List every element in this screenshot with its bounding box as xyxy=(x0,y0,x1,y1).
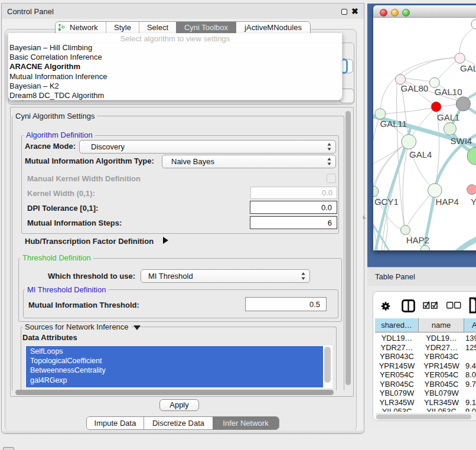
svg-text:GAL10: GAL10 xyxy=(435,87,462,97)
svg-text:SWI4: SWI4 xyxy=(451,136,472,146)
svg-text:GAL11: GAL11 xyxy=(380,119,407,129)
svg-text:GCY1: GCY1 xyxy=(374,197,399,207)
svg-text:GAL1: GAL1 xyxy=(437,112,459,122)
svg-text:GAL4: GAL4 xyxy=(409,149,432,159)
svg-text:GAL80: GAL80 xyxy=(401,83,429,93)
svg-text:YD: YD xyxy=(471,197,476,207)
svg-text:GAL2: GAL2 xyxy=(460,63,476,73)
svg-text:HAP2: HAP2 xyxy=(406,235,429,245)
svg-text:HAP4: HAP4 xyxy=(436,197,459,207)
